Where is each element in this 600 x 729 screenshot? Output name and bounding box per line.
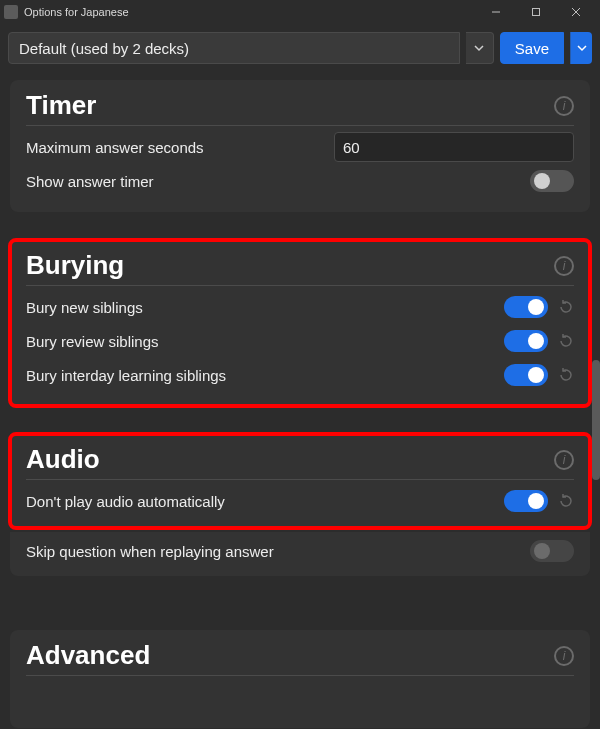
show-answer-timer-row: Show answer timer <box>26 164 574 198</box>
bury-interday-label: Bury interday learning siblings <box>26 367 226 384</box>
skip-question-label: Skip question when replaying answer <box>26 543 274 560</box>
bury-new-label: Bury new siblings <box>26 299 143 316</box>
bury-new-toggle[interactable] <box>504 296 548 318</box>
max-answer-seconds-label: Maximum answer seconds <box>26 139 204 156</box>
timer-heading-text: Timer <box>26 90 96 121</box>
audio-panel: Audio i Don't play audio automatically <box>10 434 590 528</box>
dont-autoplay-toggle[interactable] <box>504 490 548 512</box>
show-answer-timer-label: Show answer timer <box>26 173 154 190</box>
content-area: Timer i Maximum answer seconds 60 Show a… <box>0 72 600 728</box>
preset-label: Default (used by 2 decks) <box>19 40 189 57</box>
max-answer-seconds-input[interactable]: 60 <box>334 132 574 162</box>
audio-heading-text: Audio <box>26 444 100 475</box>
audio-panel-extra: Skip question when replaying answer <box>10 532 590 576</box>
advanced-panel: Advanced i <box>10 630 590 728</box>
close-button[interactable] <box>556 0 596 24</box>
info-icon[interactable]: i <box>554 450 574 470</box>
reset-icon[interactable] <box>558 493 574 509</box>
burying-heading-text: Burying <box>26 250 124 281</box>
dont-autoplay-row: Don't play audio automatically <box>26 484 574 518</box>
info-icon[interactable]: i <box>554 96 574 116</box>
titlebar: Options for Japanese <box>0 0 600 24</box>
bury-review-toggle[interactable] <box>504 330 548 352</box>
advanced-heading-text: Advanced <box>26 640 150 671</box>
maximize-button[interactable] <box>516 0 556 24</box>
window-controls <box>476 0 596 24</box>
skip-question-row: Skip question when replaying answer <box>26 534 574 568</box>
max-answer-seconds-value: 60 <box>343 139 360 156</box>
minimize-button[interactable] <box>476 0 516 24</box>
bury-new-row: Bury new siblings <box>26 290 574 324</box>
burying-heading: Burying i <box>26 250 574 286</box>
bury-interday-toggle[interactable] <box>504 364 548 386</box>
timer-panel: Timer i Maximum answer seconds 60 Show a… <box>10 80 590 212</box>
bury-review-label: Bury review siblings <box>26 333 159 350</box>
window-title: Options for Japanese <box>24 6 129 18</box>
save-label: Save <box>515 40 549 57</box>
bury-review-row: Bury review siblings <box>26 324 574 358</box>
reset-icon[interactable] <box>558 367 574 383</box>
dont-autoplay-label: Don't play audio automatically <box>26 493 225 510</box>
preset-dropdown-caret[interactable] <box>466 32 494 64</box>
advanced-truncated-row <box>26 680 574 714</box>
info-icon[interactable]: i <box>554 646 574 666</box>
max-answer-seconds-row: Maximum answer seconds 60 <box>26 130 574 164</box>
skip-question-toggle[interactable] <box>530 540 574 562</box>
burying-panel: Burying i Bury new siblings Bury review … <box>10 240 590 406</box>
reset-icon[interactable] <box>558 299 574 315</box>
show-answer-timer-toggle[interactable] <box>530 170 574 192</box>
bury-interday-row: Bury interday learning siblings <box>26 358 574 392</box>
scrollbar[interactable] <box>592 360 600 480</box>
advanced-heading: Advanced i <box>26 640 574 676</box>
reset-icon[interactable] <box>558 333 574 349</box>
save-dropdown-caret[interactable] <box>570 32 592 64</box>
svg-rect-1 <box>533 9 540 16</box>
audio-heading: Audio i <box>26 444 574 480</box>
preset-select[interactable]: Default (used by 2 decks) <box>8 32 460 64</box>
timer-heading: Timer i <box>26 90 574 126</box>
app-icon <box>4 5 18 19</box>
top-toolbar: Default (used by 2 decks) Save <box>0 24 600 72</box>
info-icon[interactable]: i <box>554 256 574 276</box>
save-button[interactable]: Save <box>500 32 564 64</box>
